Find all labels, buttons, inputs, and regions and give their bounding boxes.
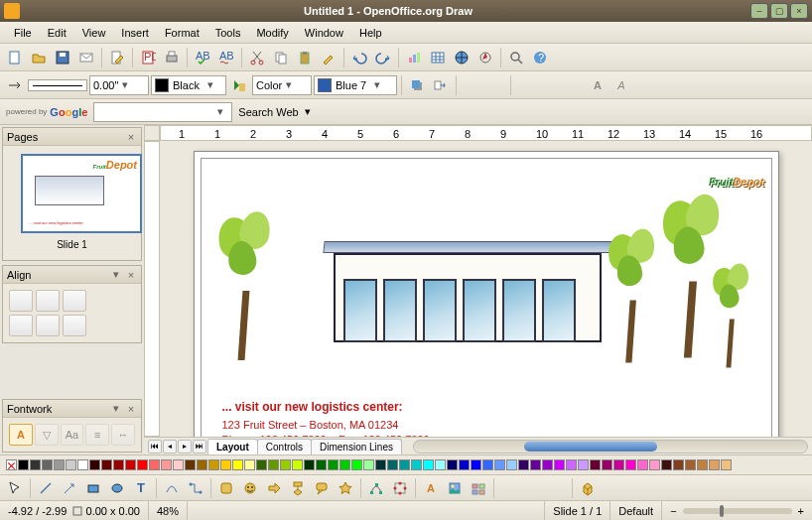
color-swatch[interactable] [54,459,65,470]
connector-tool-button[interactable] [185,477,206,499]
color-swatch[interactable] [542,459,553,470]
fontwork-spacing-button[interactable]: ↔ [111,424,135,446]
color-swatch[interactable] [30,459,41,470]
italic-icon[interactable]: A [610,74,632,96]
color-swatch[interactable] [602,459,612,470]
flowchart-button[interactable] [287,477,309,499]
fontwork-gallery-button[interactable]: A [9,424,33,446]
minimize-button[interactable]: – [750,3,768,19]
color-swatch[interactable] [411,459,422,470]
color-swatch[interactable] [316,459,327,470]
print-button[interactable] [161,47,183,68]
maximize-button[interactable]: ▢ [770,3,788,19]
color-swatch[interactable] [637,459,648,470]
color-swatch[interactable] [66,459,76,470]
color-swatch[interactable] [89,459,100,470]
zoom-knob[interactable] [720,505,724,517]
block-arrows-button[interactable] [263,477,285,499]
last-tab-button[interactable]: ⏭ [193,440,206,454]
chevron-down-icon[interactable]: ▾ [118,78,132,91]
no-fill-swatch[interactable] [6,459,17,470]
zoom-slider[interactable]: − + [662,501,812,520]
color-swatch[interactable] [709,459,720,470]
align-bottom-button[interactable] [63,315,86,336]
email-button[interactable] [75,47,97,68]
color-swatch[interactable] [363,459,374,470]
color-swatch[interactable] [649,459,660,470]
next-tab-button[interactable]: ▸ [178,440,192,454]
color-swatch[interactable] [685,459,696,470]
color-swatch[interactable] [125,459,136,470]
menu-format[interactable]: Format [157,24,207,42]
fontwork-shape-button[interactable]: ▽ [35,424,59,446]
tab-controls[interactable]: Controls [257,439,312,455]
color-swatch[interactable] [149,459,160,470]
align-button[interactable] [484,74,506,96]
line-color-combo[interactable]: Black▾ [151,75,226,95]
menu-window[interactable]: Window [297,24,351,42]
close-icon[interactable]: × [125,403,137,415]
color-swatch[interactable] [471,459,481,470]
select-tool-button[interactable] [4,477,26,499]
color-swatch[interactable] [387,459,398,470]
color-swatch[interactable] [494,459,505,470]
color-swatch[interactable] [673,459,684,470]
navigator-button[interactable] [474,47,496,68]
color-swatch[interactable] [101,459,112,470]
color-swatch[interactable] [482,459,493,470]
table-button[interactable] [427,47,449,68]
chevron-down-icon[interactable]: ▾ [203,78,217,91]
vertical-ruler[interactable] [144,141,160,437]
color-swatch[interactable] [721,459,732,470]
arrange-button[interactable] [546,477,568,499]
save-button[interactable] [52,47,73,68]
new-button[interactable] [4,47,26,68]
pdf-button[interactable]: PDF [137,47,159,68]
color-swatch[interactable] [530,459,541,470]
close-icon[interactable]: × [125,131,137,143]
chevron-down-icon[interactable]: ▾ [110,269,122,281]
help-button[interactable]: ? [529,47,551,68]
color-swatch[interactable] [661,459,672,470]
ellipse-tool-button[interactable] [106,477,128,499]
gallery-button[interactable] [468,477,489,499]
open-button[interactable] [28,47,50,68]
search-input[interactable] [94,103,213,121]
color-swatch[interactable] [185,459,196,470]
color-swatch[interactable] [232,459,243,470]
menu-help[interactable]: Help [351,24,390,42]
close-button[interactable]: × [790,3,808,19]
color-swatch[interactable] [459,459,470,470]
fontwork-alignment-button[interactable]: ≡ [85,424,109,446]
color-swatch[interactable] [268,459,279,470]
edit-file-button[interactable] [106,47,128,68]
color-swatch[interactable] [423,459,434,470]
rotate-button[interactable] [498,477,520,499]
symbol-shapes-button[interactable] [239,477,261,499]
zoom-in-icon[interactable]: + [798,505,804,517]
tab-layout[interactable]: Layout [207,439,258,455]
color-swatch[interactable] [18,459,29,470]
color-swatch[interactable] [173,459,184,470]
menu-view[interactable]: View [74,24,114,42]
color-swatch[interactable] [161,459,172,470]
search-combo[interactable]: ▾ [93,102,232,122]
interaction-button[interactable] [430,74,452,96]
fontwork-same-height-button[interactable]: Aa [61,424,84,446]
color-swatch[interactable] [280,459,291,470]
shadow-button[interactable] [406,74,428,96]
align-top-button[interactable] [9,315,33,336]
rectangle-tool-button[interactable] [82,477,104,499]
chevron-down-icon[interactable]: ▾ [213,105,227,118]
paragraph-icon[interactable] [563,74,585,96]
text-tool-button[interactable]: T [130,477,152,499]
color-swatch[interactable] [292,459,303,470]
cut-button[interactable] [246,47,268,68]
color-swatch[interactable] [328,459,338,470]
prev-tab-button[interactable]: ◂ [163,440,177,454]
scrollbar-thumb[interactable] [524,442,658,452]
menu-edit[interactable]: Edit [40,24,74,42]
chevron-down-icon[interactable]: ▾ [110,403,122,415]
area-button[interactable] [228,74,250,96]
basic-shapes-button[interactable] [215,477,237,499]
